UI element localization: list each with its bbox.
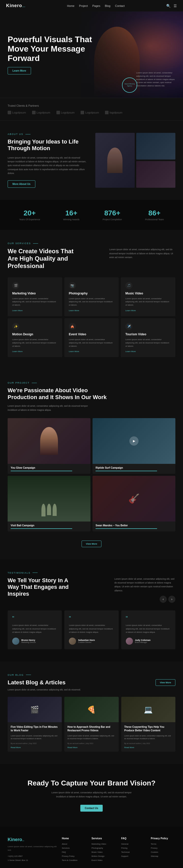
project-surf-campaign[interactable]: ▶ Riptide Surf Campaign — [93, 418, 175, 474]
testi-next-button[interactable]: › — [168, 596, 175, 603]
client-logo-4: Logolpsum — [81, 111, 99, 114]
footer-faq-4[interactable]: Support — [121, 855, 146, 857]
stat-team: 86+ Professional Team — [145, 209, 164, 221]
service-tourism-video-link[interactable]: Learn More — [125, 350, 171, 352]
service-tourism-video[interactable]: ✈️ Tourism Video Lorem ipsum dolor sit a… — [121, 318, 175, 357]
person-2 — [47, 504, 51, 515]
projects-label: Our Project — [8, 381, 175, 384]
blog-section: Our Blog Latest Blog & Articles View Mor… — [0, 661, 183, 764]
footer-privacy-1[interactable]: Terms — [151, 843, 175, 845]
menu-icon[interactable]: ☰ — [174, 4, 177, 8]
services-grid: 🎬 Marketing Video Lorem ipsum dolor sit … — [8, 277, 175, 358]
testi-1-name: Bruno Henry — [21, 639, 36, 642]
footer-service-5[interactable]: Event Video — [92, 859, 116, 861]
footer-link-privacy[interactable]: Privacy Policy — [62, 855, 86, 857]
service-motion-design[interactable]: ✨ Motion Design Lorem ipsum dolor sit am… — [8, 318, 62, 357]
service-tourism-video-desc: Lorem ipsum dolor sit amet, consectetur … — [125, 338, 171, 348]
blog-header: Latest Blog & Articles View More — [8, 679, 175, 686]
testi-prev-button[interactable]: ‹ — [160, 596, 167, 603]
footer-faq-2[interactable]: Pricing — [121, 847, 146, 849]
hero-cta-button[interactable]: Learn More — [8, 67, 31, 74]
testimonials-right: Lorem ipsum dolor sit amet, consectetur … — [114, 577, 175, 603]
project-glow-campaign[interactable]: You Glow Campaign — [8, 418, 90, 474]
service-marketing-video-desc: Lorem ipsum dolor sit amet, consectetur … — [12, 297, 58, 307]
footer-col-services-links: Marketing Video Photography Music Video … — [92, 843, 116, 861]
project-glow-label: You Glow Campaign — [8, 464, 90, 474]
nav-pages[interactable]: Pages — [92, 4, 100, 7]
footer-faq-3[interactable]: Technical — [121, 851, 146, 853]
stat-experience-label: Years Of Experience — [19, 218, 40, 221]
blog-2-link[interactable]: Read More — [67, 746, 115, 749]
services-section: Our Services We Create Videos That Are H… — [0, 230, 183, 369]
nav-contact[interactable]: Contact — [115, 4, 125, 7]
blog-card-1[interactable]: 🎬 Five Video Editing Tips in Five Minute… — [8, 697, 62, 752]
client-logo-3: Logolpsum — [56, 111, 75, 114]
service-photography[interactable]: 📷 Photography Lorem ipsum dolor sit amet… — [64, 277, 119, 316]
footer-col-faq-title: FAQ — [121, 837, 146, 840]
nav-home[interactable]: Home — [67, 4, 74, 7]
client-logo-5: logolpsum — [105, 111, 122, 114]
testimonial-2: " Lorem ipsum dolor sit amet, consectetu… — [64, 611, 118, 649]
testi-2-author: Sebastian Horn Creative Director — [69, 638, 114, 645]
about-cta-button[interactable]: More About Us — [8, 180, 35, 188]
glow-bg — [8, 418, 90, 464]
blog-card-3[interactable]: 💻 These Copywriting Tips Help You Produc… — [121, 697, 175, 752]
service-photography-link[interactable]: Learn More — [69, 309, 114, 312]
footer-faq-1[interactable]: General — [121, 843, 146, 845]
service-event-video-link[interactable]: Learn More — [69, 350, 114, 352]
footer-link-faq[interactable]: FAQ — [62, 851, 86, 853]
blog-view-more-button[interactable]: View More — [156, 679, 175, 686]
stat-experience: 20+ Years Of Experience — [19, 209, 40, 221]
person-3 — [53, 504, 57, 516]
guitar-icon: 🎸 — [128, 493, 140, 504]
blog-card-2[interactable]: 🍕 How to Approach Shooting Bar and Resta… — [64, 697, 118, 752]
testi-3-avatar — [126, 638, 133, 645]
nav-logo[interactable]: Kinero... — [6, 3, 25, 8]
service-music-video[interactable]: 🎵 Music Video Lorem ipsum dolor sit amet… — [121, 277, 175, 316]
blog-img-1: 🎬 — [8, 697, 62, 722]
footer-link-services[interactable]: Services — [62, 847, 86, 849]
cta-contact-button[interactable]: Contact Us — [80, 805, 103, 812]
footer-col-services: Services Marketing Video Photography Mus… — [92, 837, 116, 863]
stats-section: 20+ Years Of Experience 16+ Winning Awar… — [0, 200, 183, 230]
projects-view-more-button[interactable]: View More — [82, 540, 101, 547]
nav-blog[interactable]: Blog — [105, 4, 110, 7]
footer-privacy-2[interactable]: Privacy — [151, 847, 175, 849]
footer-service-1[interactable]: Marketing Video — [92, 843, 116, 845]
testi-1-avatar — [12, 638, 19, 645]
footer-service-2[interactable]: Photography — [92, 847, 116, 849]
testimonials-section: Testimonials We Tell Your Story In A Way… — [0, 559, 183, 661]
search-icon[interactable]: 🔍 — [166, 4, 171, 8]
footer-service-4[interactable]: Motion Design — [92, 855, 116, 857]
cta-title: Ready To Capture Your Brand Vision? — [8, 779, 175, 787]
service-motion-design-link[interactable]: Learn More — [12, 350, 58, 352]
footer-link-about[interactable]: About — [62, 843, 86, 845]
service-photography-desc: Lorem ipsum dolor sit amet, consectetur … — [69, 297, 114, 307]
project-bali-campaign[interactable]: Visit Bali Campaign — [8, 476, 90, 531]
hero-badge: Award Winning Agency — [122, 78, 137, 93]
project-swan-mandes[interactable]: 🎸 Swan Mandes – You Better — [93, 476, 175, 531]
testi-2-name: Sebastian Horn — [78, 639, 95, 642]
footer-privacy-3[interactable]: Cookies — [151, 851, 175, 853]
project-bali-underline — [11, 528, 72, 529]
client-logo-1: Logolpsum — [8, 111, 26, 114]
service-marketing-video-link[interactable]: Learn More — [12, 309, 58, 312]
service-event-video[interactable]: 🎪 Event Video Lorem ipsum dolor sit amet… — [64, 318, 119, 357]
footer-col-home-title: Home — [62, 837, 86, 840]
service-marketing-video[interactable]: 🎬 Marketing Video Lorem ipsum dolor sit … — [8, 277, 62, 316]
projects-grid: You Glow Campaign ▶ Riptide Surf Campaig… — [8, 418, 175, 531]
stat-projects-num: 876+ — [103, 209, 122, 217]
service-music-video-link[interactable]: Learn More — [125, 309, 171, 312]
footer-link-terms[interactable]: Term & Condition — [62, 859, 86, 861]
footer-col-services-title: Services — [92, 837, 116, 840]
footer-col-privacy-links: Terms Privacy Cookies Sitemap — [151, 843, 175, 857]
footer-service-3[interactable]: Music Video — [92, 851, 116, 853]
play-button-surf[interactable]: ▶ — [129, 436, 139, 445]
blog-1-link[interactable]: Read More — [11, 746, 59, 749]
projects-footer: View More — [8, 535, 175, 547]
testi-2-text: Lorem ipsum dolor sit amet, consectetur … — [69, 624, 114, 634]
blog-3-link[interactable]: Read More — [124, 746, 172, 749]
nav-project[interactable]: Project — [79, 4, 88, 7]
blog-1-desc: Lorem ipsum dolor sit amet, consectetur … — [11, 734, 59, 740]
footer-privacy-4[interactable]: Sitemap — [151, 855, 175, 857]
